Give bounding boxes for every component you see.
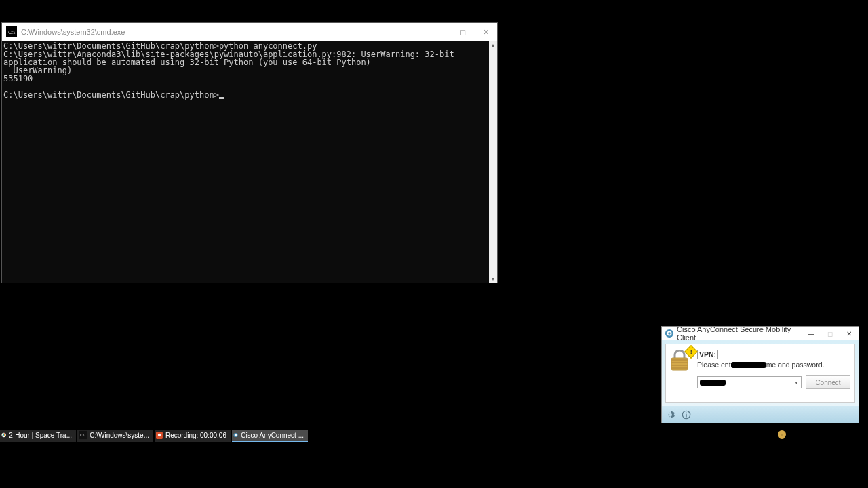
vpn-server-select[interactable]: ▼ (697, 376, 802, 388)
lock-icon-container: ! (670, 350, 692, 375)
svg-point-18 (235, 434, 237, 436)
gear-icon[interactable] (666, 409, 677, 420)
cmd-window: C:\ C:\Windows\system32\cmd.exe — ◻ ✕ C:… (1, 22, 498, 283)
svg-rect-4 (671, 359, 688, 361)
cmd-titlebar[interactable]: C:\ C:\Windows\system32\cmd.exe — ◻ ✕ (2, 23, 497, 41)
cisco-maximize-button: ◻ (821, 327, 840, 340)
svg-rect-9 (686, 414, 686, 417)
cmd-line: 535190 (3, 74, 33, 83)
taskbar-label: 2-Hour | Space Tra... (9, 432, 72, 439)
cursor-icon (219, 97, 224, 99)
cisco-taskbar-icon (233, 430, 238, 440)
taskbar: 2-Hour | Space Tra... C:\ C:\Windows\sys… (0, 430, 309, 442)
taskbar-item-cmd[interactable]: C:\ C:\Windows\syste... (77, 430, 153, 442)
cmd-icon: C:\ (6, 26, 17, 37)
connect-button[interactable]: Connect (806, 375, 850, 389)
scroll-up-button[interactable]: ▲ (489, 41, 497, 49)
cmd-prompt: C:\Users\wittr\Documents\GitHub\crap\pyt… (3, 90, 219, 100)
cisco-close-button[interactable]: ✕ (840, 327, 859, 340)
taskbar-item-cisco[interactable]: Cisco AnyConnect ... (232, 430, 308, 442)
taskbar-label: C:\Windows\syste... (90, 432, 149, 439)
cisco-titlebar[interactable]: Cisco AnyConnect Secure Mobility Client … (662, 327, 859, 340)
svg-point-16 (158, 434, 161, 436)
svg-point-10 (686, 412, 687, 413)
maximize-button[interactable]: ◻ (451, 23, 474, 41)
redacted-text (731, 362, 766, 368)
cisco-app-icon (665, 329, 674, 338)
minimize-button[interactable]: — (428, 23, 451, 41)
chrome-icon (1, 430, 6, 440)
close-button[interactable]: ✕ (474, 23, 497, 41)
record-icon (156, 430, 163, 440)
svg-point-2 (668, 332, 671, 335)
svg-text:C:\: C:\ (80, 433, 85, 437)
taskbar-item-browser[interactable]: 2-Hour | Space Tra... (0, 430, 76, 442)
svg-rect-5 (671, 362, 688, 363)
cmd-scrollbar[interactable]: ▲ ▼ (489, 41, 497, 283)
cisco-window: Cisco AnyConnect Secure Mobility Client … (661, 326, 859, 423)
scroll-down-button[interactable]: ▼ (489, 274, 497, 283)
info-icon[interactable] (681, 409, 692, 420)
redacted-server (700, 380, 726, 386)
cisco-footer (662, 406, 859, 423)
cmd-taskbar-icon: C:\ (79, 430, 87, 440)
taskbar-label: Cisco AnyConnect ... (241, 432, 304, 439)
cisco-title: Cisco AnyConnect Secure Mobility Client (677, 325, 802, 342)
cisco-message: Please entme and password. (697, 361, 850, 369)
svg-rect-20 (781, 434, 783, 436)
cisco-tray-icon[interactable] (777, 430, 787, 439)
taskbar-label: Recording: 00:00:06 (165, 432, 226, 439)
vpn-label: VPN: (697, 350, 718, 359)
svg-rect-6 (671, 365, 688, 366)
chevron-down-icon: ▼ (794, 380, 799, 385)
system-tray (777, 430, 787, 442)
taskbar-item-recording[interactable]: Recording: 00:00:06 (155, 430, 231, 442)
cmd-output[interactable]: C:\Users\wittr\Documents\GitHub\crap\pyt… (2, 41, 489, 283)
svg-rect-7 (671, 367, 688, 369)
cmd-title: C:\Windows\system32\cmd.exe (21, 28, 428, 36)
cisco-minimize-button[interactable]: — (802, 327, 821, 340)
cmd-line: C:\Users\wittr\Anaconda3\lib\site-packag… (3, 49, 459, 67)
